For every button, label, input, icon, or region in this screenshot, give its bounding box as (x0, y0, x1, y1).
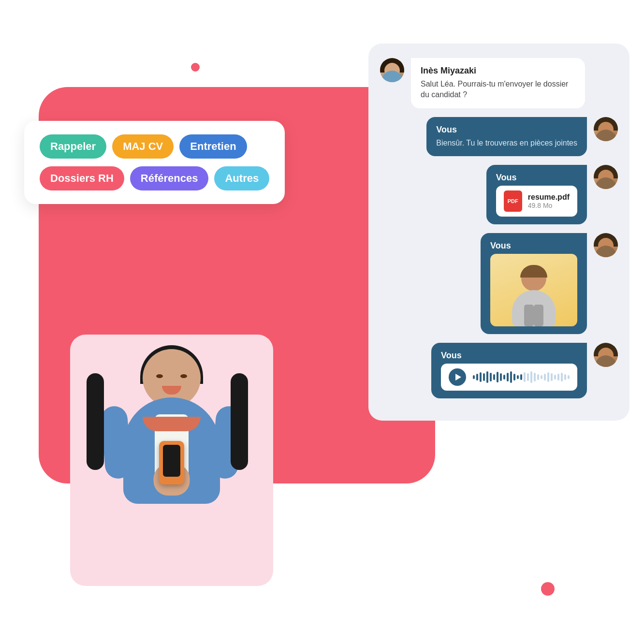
decorative-dot-top (191, 63, 200, 72)
pdf-icon: PDF (504, 190, 522, 212)
you-avatar-1 (594, 117, 618, 141)
tag-maj-cv[interactable]: MAJ CV (112, 134, 174, 159)
sent-label-4: Vous (441, 351, 577, 361)
wave-bar (544, 374, 546, 381)
person-arm-left (100, 405, 133, 480)
sent-bubble-2: Vous PDF resume.pdf 49.8 Mo (486, 165, 587, 224)
person-silhouette (70, 335, 273, 586)
sent-message-4: Vous (380, 343, 618, 398)
you-avatar-3 (594, 233, 618, 257)
wave-bar (476, 374, 478, 381)
tag-entretien[interactable]: Entretien (179, 134, 247, 159)
play-button[interactable] (449, 368, 466, 386)
wave-bar (510, 371, 512, 383)
person-phone (159, 441, 184, 484)
received-bubble: Inès Miyazaki Salut Léa. Pourrais-tu m'e… (411, 58, 585, 108)
wave-bar (551, 373, 553, 381)
tags-card: Rappeler MAJ CV Entretien Dossiers RH Ré… (24, 121, 285, 204)
wave-bar (473, 375, 475, 379)
sent-message-1: Vous Biensûr. Tu le trouveras en pièces … (380, 117, 618, 156)
tags-row-1: Rappeler MAJ CV Entretien (40, 134, 269, 159)
tag-autres[interactable]: Autres (214, 166, 269, 190)
tag-dossiers-rh[interactable]: Dossiers RH (40, 166, 124, 190)
waveform (473, 370, 570, 384)
sent-bubble-4: Vous (431, 343, 587, 398)
wave-bar (497, 372, 498, 382)
sent-message-3: Vous (380, 233, 618, 334)
wave-bar (513, 374, 515, 381)
pdf-size: 49.8 Mo (528, 202, 570, 209)
wave-bar (534, 373, 536, 381)
wave-bar (503, 375, 505, 380)
wave-bar (557, 374, 559, 381)
person-card (70, 335, 273, 586)
sent-label-3: Vous (490, 241, 577, 251)
wave-bar (524, 372, 526, 382)
audio-player (441, 364, 577, 391)
pdf-info: resume.pdf 49.8 Mo (528, 193, 570, 209)
wave-bar (564, 374, 566, 380)
chat-photo-bubble (490, 254, 577, 326)
sent-message-2: Vous PDF resume.pdf 49.8 Mo (380, 165, 618, 224)
pdf-attachment: PDF resume.pdf 49.8 Mo (496, 186, 577, 217)
wave-bar (480, 372, 482, 382)
sender-name: Inès Miyazaki (421, 66, 575, 76)
tag-references[interactable]: Références (130, 166, 209, 190)
wave-bar (547, 372, 549, 382)
pdf-filename: resume.pdf (528, 193, 570, 202)
tag-rappeler[interactable]: Rappeler (40, 134, 106, 159)
sent-bubble-1: Vous Biensûr. Tu le trouveras en pièces … (426, 117, 587, 156)
person-smile (143, 417, 201, 431)
received-text: Salut Léa. Pourrais-tu m'envoyer le doss… (421, 79, 575, 101)
wave-bar (507, 373, 509, 381)
person-hair-long-right (231, 373, 248, 470)
wave-bar (537, 374, 539, 380)
wave-bar (493, 374, 495, 380)
sent-text-1: Biensûr. Tu le trouveras en pièces joint… (436, 138, 577, 148)
person-hair-long-left (87, 373, 104, 470)
decorative-dot-bottom (541, 582, 555, 596)
wave-bar (541, 375, 542, 379)
wave-bar (490, 373, 492, 381)
chat-panel: Inès Miyazaki Salut Léa. Pourrais-tu m'e… (368, 44, 629, 421)
wave-bar (561, 373, 563, 381)
wave-bar (500, 373, 502, 381)
you-avatar-2 (594, 165, 618, 189)
received-message: Inès Miyazaki Salut Léa. Pourrais-tu m'e… (380, 58, 618, 108)
wave-bar (554, 375, 556, 380)
you-avatar-4 (594, 343, 618, 367)
wave-bar (486, 371, 488, 383)
wave-bar (520, 374, 522, 380)
wave-bar (517, 375, 519, 379)
ines-avatar (380, 58, 404, 82)
sent-label-1: Vous (436, 125, 577, 135)
sent-label-2: Vous (496, 173, 577, 183)
wave-bar (483, 373, 485, 381)
tags-row-2: Dossiers RH Références Autres (40, 166, 269, 190)
wave-bar (530, 371, 532, 383)
wave-bar (527, 373, 529, 381)
sent-bubble-3: Vous (481, 233, 587, 334)
wave-bar (568, 375, 570, 379)
